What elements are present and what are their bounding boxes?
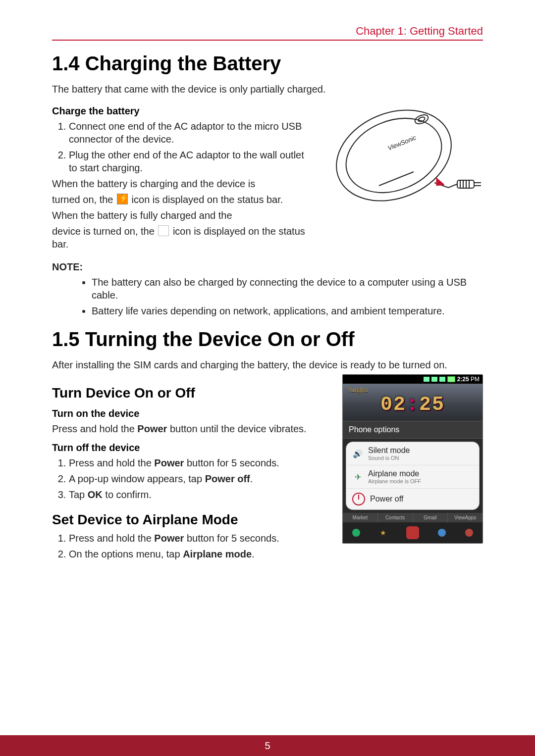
chapter-header: Chapter 1: Getting Started (52, 25, 483, 41)
dialer-icon[interactable] (406, 526, 419, 539)
page-footer: 5 (0, 735, 535, 756)
airplane-step-1: Press and hold the Power button for 5 se… (69, 532, 333, 545)
star-icon[interactable]: ★ (379, 529, 387, 537)
tab-viewapps[interactable]: ViewApps (448, 513, 482, 522)
battery-charging-icon (117, 194, 128, 204)
turn-on-subheading: Turn on the device (52, 408, 333, 419)
svg-point-1 (335, 105, 453, 206)
sound-icon (352, 448, 363, 459)
clock-text: 2:25 PM (457, 376, 480, 383)
full-paragraph-1: When the battery is fully charged and th… (52, 209, 311, 222)
signal-icon (431, 377, 437, 382)
turn-onoff-subheading: Turn Device On or Off (52, 385, 333, 401)
tab-gmail[interactable]: Gmail (413, 513, 448, 522)
turn-off-step-3: Tap OK to confirm. (69, 488, 333, 501)
connector-arrow-icon (436, 178, 444, 186)
note-bullet-1: The battery can also be charged by conne… (92, 276, 483, 302)
airplane-icon (352, 471, 363, 482)
charge-step-2: Plug the other end of the AC adaptor to … (69, 149, 311, 174)
apps-icon[interactable] (465, 529, 473, 537)
charge-step-1: Connect one end of the AC adaptor to the… (69, 120, 311, 146)
silent-mode-option[interactable]: Silent mode Sound is ON (346, 442, 479, 465)
svg-line-4 (379, 172, 414, 186)
turn-off-subheading: Turn off the device (52, 442, 333, 454)
browser-icon[interactable] (352, 529, 360, 537)
turn-on-text: Press and hold the Power button until th… (52, 422, 333, 435)
charging-paragraph-2: turned on, the icon is displayed on the … (52, 193, 311, 206)
tab-market[interactable]: Market (343, 513, 378, 522)
battery-full-icon (158, 225, 169, 236)
heading-1-4: 1.4 Charging the Battery (52, 52, 483, 75)
power-icon (352, 493, 365, 505)
note-bullet-2: Battery life varies depending on network… (92, 304, 483, 317)
turn-off-step-2: A pop-up window appears, tap Power off. (69, 472, 333, 485)
charge-battery-subheading: Charge the battery (52, 105, 311, 117)
mail-icon[interactable] (438, 529, 446, 537)
note-label: NOTE: (52, 261, 483, 273)
phone-screenshot: 2:25 PM Yungho 02:25 Phone options Silen… (342, 374, 483, 544)
signal-icon (424, 377, 429, 382)
turn-off-step-1: Press and hold the Power button for 5 se… (69, 456, 333, 469)
phone-status-bar: 2:25 PM (343, 375, 482, 384)
battery-icon (447, 376, 455, 382)
charging-paragraph-1: When the battery is charging and the dev… (52, 177, 311, 190)
airplane-step-2: On the options menu, tap Airplane mode. (69, 548, 333, 560)
heading-1-5: 1.5 Turning the Device On or Off (52, 328, 483, 351)
phone-tabs: Market Contacts Gmail ViewApps (343, 513, 482, 522)
tab-contacts[interactable]: Contacts (378, 513, 413, 522)
full-paragraph-2: device is turned on, the icon is display… (52, 225, 311, 251)
airplane-mode-subheading: Set Device to Airplane Mode (52, 512, 333, 528)
power-off-option[interactable]: Power off (346, 489, 479, 509)
location-label: Yungho (348, 387, 478, 394)
device-brand-text: ViewSonic (387, 134, 418, 152)
section-1-5-intro: After installing the SIM cards and charg… (52, 358, 483, 371)
page-number: 5 (265, 740, 270, 751)
phone-dock: ★ (343, 522, 482, 543)
large-clock: 02:25 (348, 394, 478, 416)
device-charging-illustration: ViewSonic (320, 99, 483, 212)
section-1-4-intro: The battery that came with the device is… (52, 83, 483, 96)
phone-options-header: Phone options (343, 421, 482, 439)
svg-point-0 (323, 99, 465, 212)
signal-icon (439, 377, 445, 382)
airplane-mode-option[interactable]: Airplane mode Airplane mode is OFF (346, 465, 479, 489)
